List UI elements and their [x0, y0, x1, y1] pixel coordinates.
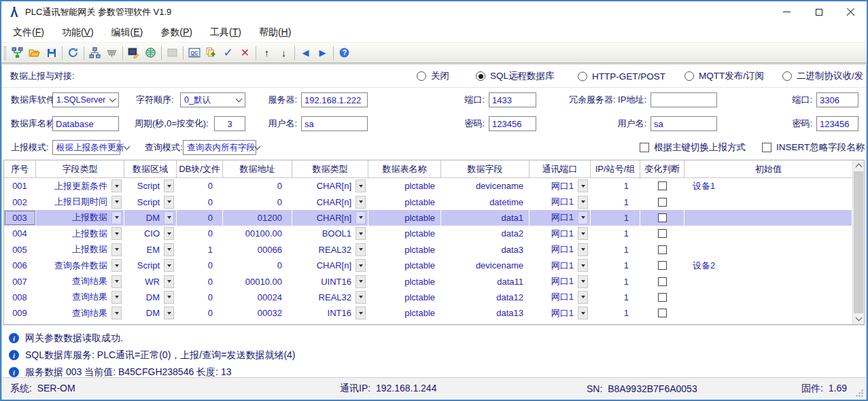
- scroll-down-button[interactable]: [853, 313, 864, 324]
- dropdown-button[interactable]: [578, 227, 588, 240]
- radio-option[interactable]: SQL远程数据库: [476, 70, 555, 82]
- dropdown-button[interactable]: [164, 227, 174, 240]
- change-checkbox[interactable]: [658, 309, 667, 317]
- dropdown-button[interactable]: [164, 275, 174, 288]
- minimize-button[interactable]: [771, 1, 803, 22]
- radio-option[interactable]: 二进制协议收/发: [782, 70, 863, 82]
- dropdown-button[interactable]: [578, 307, 588, 319]
- query-mode-select[interactable]: 查询表内所有字段: [183, 140, 256, 155]
- dropdown-button[interactable]: [111, 291, 122, 304]
- insert-ignore-checkbox[interactable]: INSERT忽略字段名称: [762, 141, 865, 154]
- dropdown-button[interactable]: [164, 307, 174, 319]
- cancel-button[interactable]: ✕: [237, 44, 254, 61]
- dropdown-button[interactable]: [111, 243, 122, 256]
- resize-grip-icon[interactable]: [855, 389, 864, 398]
- table-row[interactable]: 003 上报数据 DM 0 01200 CHAR[n] plctable dat…: [4, 210, 852, 226]
- change-checkbox[interactable]: [658, 229, 667, 238]
- vertical-scrollbar[interactable]: [852, 160, 864, 324]
- dropdown-button[interactable]: [355, 291, 366, 304]
- redundant-username-input[interactable]: [650, 116, 717, 131]
- dropdown-button[interactable]: [111, 259, 122, 272]
- table-row[interactable]: 001 上报更新条件 Script 0 0 CHAR[n] plctable d…: [4, 178, 852, 194]
- open-file-button[interactable]: [26, 44, 43, 61]
- dropdown-button[interactable]: [111, 227, 122, 240]
- menu-help[interactable]: 帮助(H): [250, 24, 300, 41]
- network-globe-button[interactable]: [142, 44, 159, 61]
- change-checkbox[interactable]: [658, 213, 667, 222]
- copy-add-button[interactable]: [203, 44, 220, 61]
- change-checkbox[interactable]: [658, 277, 667, 286]
- table-row[interactable]: 008 查询结果 DM 0 00024 REAL32 plctable data…: [4, 290, 852, 305]
- table-row[interactable]: 009 查询结果 DM 0 00032 INT16 plctable data1…: [4, 305, 852, 321]
- toolbar-grip[interactable]: [4, 46, 6, 60]
- dropdown-button[interactable]: [111, 179, 122, 192]
- apply-button[interactable]: ✓: [220, 44, 237, 61]
- table-row[interactable]: 006 查询条件数据 Script 0 0 CHAR[n] plctable d…: [4, 258, 852, 273]
- save-file-button[interactable]: [43, 44, 60, 61]
- nav-next-button[interactable]: ▶: [314, 44, 331, 61]
- dropdown-button[interactable]: [111, 307, 122, 319]
- dropdown-button[interactable]: [164, 259, 174, 272]
- dropdown-button[interactable]: [578, 275, 588, 288]
- dropdown-button[interactable]: [164, 243, 174, 256]
- change-checkbox[interactable]: [658, 181, 667, 190]
- table-row[interactable]: 002 上报日期时间 Script 0 0 CHAR[n] plctable d…: [4, 194, 852, 209]
- report-mode-select[interactable]: 根据上报条件更新: [52, 140, 120, 155]
- menu-params[interactable]: 参数(P): [152, 24, 201, 41]
- refresh-button[interactable]: [65, 44, 82, 61]
- username-input[interactable]: [301, 116, 368, 131]
- import-export-config-button[interactable]: [9, 44, 26, 61]
- qc-display-button[interactable]: QC: [186, 44, 203, 61]
- redundant-password-input[interactable]: [816, 116, 858, 131]
- port-input[interactable]: [489, 92, 536, 107]
- menu-file[interactable]: 文件(F): [4, 24, 53, 41]
- change-checkbox[interactable]: [658, 198, 667, 207]
- server-input[interactable]: [301, 92, 368, 107]
- network-topology-button[interactable]: [86, 44, 103, 61]
- dropdown-button[interactable]: [111, 275, 122, 288]
- table-row[interactable]: 005 上报数据 EM 1 00066 REAL32 plctable data…: [4, 242, 852, 258]
- dropdown-button[interactable]: [355, 179, 366, 192]
- redundant-port-input[interactable]: [816, 92, 858, 107]
- dropdown-button[interactable]: [111, 211, 122, 224]
- primary-key-checkbox[interactable]: 根据主键切换上报方式: [640, 141, 746, 154]
- menu-tools[interactable]: 工具(T): [201, 24, 250, 41]
- help-button[interactable]: ?: [336, 44, 353, 61]
- dropdown-button[interactable]: [578, 196, 588, 209]
- close-button[interactable]: [835, 1, 867, 22]
- menu-edit[interactable]: 编辑(E): [103, 24, 152, 41]
- change-checkbox[interactable]: [658, 293, 667, 302]
- dropdown-button[interactable]: [355, 259, 366, 272]
- plc-monitor-edit-button[interactable]: [125, 44, 142, 61]
- menu-function[interactable]: 功能(V): [53, 24, 103, 41]
- dropdown-button[interactable]: [355, 196, 366, 209]
- dropdown-button[interactable]: [355, 275, 366, 288]
- dropdown-button[interactable]: [164, 211, 174, 224]
- db-name-input[interactable]: [52, 116, 119, 131]
- dropdown-button[interactable]: [111, 196, 122, 209]
- period-input[interactable]: [214, 116, 245, 131]
- maximize-button[interactable]: [803, 1, 835, 22]
- change-checkbox[interactable]: [658, 261, 667, 270]
- char-order-select[interactable]: 0_默认: [180, 92, 245, 107]
- move-down-button[interactable]: ↓: [275, 44, 292, 61]
- dropdown-button[interactable]: [578, 291, 588, 304]
- db-software-select[interactable]: 1.SQLServer: [52, 92, 119, 107]
- dropdown-button[interactable]: [355, 307, 366, 319]
- dropdown-button[interactable]: [355, 211, 366, 224]
- dropdown-button[interactable]: [355, 243, 366, 256]
- radio-option[interactable]: MQTT发布/订阅: [684, 70, 764, 82]
- dropdown-button[interactable]: [578, 243, 588, 256]
- scroll-up-button[interactable]: [853, 160, 864, 171]
- serial-port-button[interactable]: [103, 44, 120, 61]
- radio-option[interactable]: HTTP-GET/POST: [578, 71, 665, 82]
- dropdown-button[interactable]: [355, 227, 366, 240]
- dropdown-button[interactable]: [164, 291, 174, 304]
- dropdown-button[interactable]: [164, 196, 174, 209]
- change-checkbox[interactable]: [658, 245, 667, 254]
- table-row[interactable]: 004 上报数据 CIO 0 00100.00 BOOL1 plctable d…: [4, 226, 852, 241]
- dropdown-button[interactable]: [578, 211, 588, 224]
- scrollbar-thumb[interactable]: [854, 171, 863, 313]
- nav-prev-button[interactable]: ◀: [297, 44, 314, 61]
- move-up-button[interactable]: ↑: [258, 44, 275, 61]
